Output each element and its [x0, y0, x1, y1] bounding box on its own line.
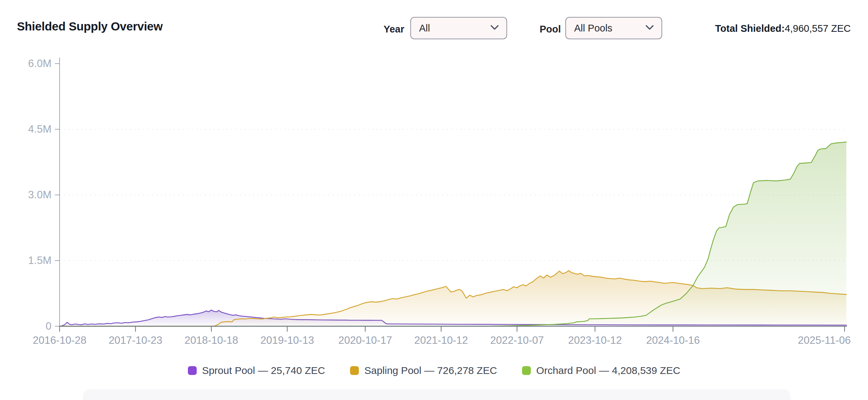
- legend-item-sapling-pool[interactable]: Sapling Pool — 726,278 ZEC: [350, 365, 497, 376]
- legend-item-orchard-pool[interactable]: Orchard Pool — 4,208,539 ZEC: [522, 365, 680, 376]
- x-axis-label: 2024-10-16: [646, 334, 700, 346]
- y-axis-label: 0: [46, 320, 51, 332]
- x-axis-label: 2023-10-12: [568, 334, 622, 346]
- shielded-supply-page: Shielded Supply Overview Year All Pool A…: [0, 0, 868, 400]
- x-axis-label: 2022-10-07: [490, 334, 544, 346]
- legend-label: Sapling Pool — 726,278 ZEC: [364, 365, 497, 376]
- x-axis-label: 2019-10-13: [260, 334, 314, 346]
- y-axis-label: 6.0M: [28, 58, 51, 69]
- x-axis-label: 2021-10-12: [414, 334, 468, 346]
- y-axis-label: 1.5M: [28, 254, 51, 266]
- legend-chip: [350, 366, 359, 375]
- x-axis-label: 2025-11-06: [798, 334, 851, 346]
- chart-canvas: 01.5M3.0M4.5M6.0M2016-10-282017-10-23201…: [0, 0, 868, 400]
- x-axis-label: 2018-10-18: [185, 334, 238, 346]
- legend-label: Sprout Pool — 25,740 ZEC: [202, 365, 325, 376]
- legend-label: Orchard Pool — 4,208,539 ZEC: [536, 365, 680, 376]
- x-axis-label: 2016-10-28: [33, 334, 87, 346]
- legend-chip: [522, 366, 531, 375]
- legend-item-sprout-pool[interactable]: Sprout Pool — 25,740 ZEC: [188, 365, 325, 376]
- y-axis-label: 3.0M: [28, 189, 51, 201]
- supply-area-chart: 01.5M3.0M4.5M6.0M2016-10-282017-10-23201…: [0, 0, 868, 400]
- next-section-top-edge: [83, 389, 790, 400]
- y-axis-label: 4.5M: [28, 123, 51, 135]
- chart-legend: Sprout Pool — 25,740 ZECSapling Pool — 7…: [0, 365, 868, 376]
- x-axis-label: 2017-10-23: [109, 334, 162, 346]
- legend-chip: [188, 366, 197, 375]
- x-axis-label: 2020-10-17: [339, 334, 392, 346]
